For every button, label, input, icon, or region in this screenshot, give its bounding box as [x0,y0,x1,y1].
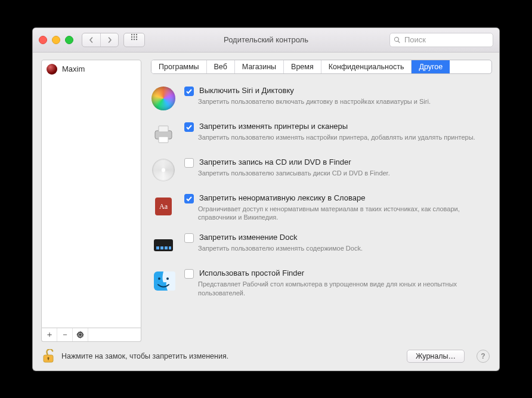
tab-other[interactable]: Другое [412,60,450,73]
remove-user-button[interactable]: － [57,328,73,341]
svg-point-21 [166,277,169,280]
svg-point-3 [131,36,132,37]
option-label: Запретить изменение Dock [199,233,297,242]
finder-icon [151,269,176,294]
user-actions-button[interactable] [73,328,88,341]
checkbox-dock[interactable] [184,233,194,243]
option-dictionary: Aa Запретить ненормативную лексику в Сло… [151,193,487,223]
sidebar: Maxim ＋ － [41,60,141,342]
gear-icon [76,331,84,339]
dock-icon [151,233,176,258]
chevron-right-icon [107,37,113,43]
forward-button[interactable] [100,33,118,47]
svg-point-8 [136,38,137,39]
user-list[interactable]: Maxim [41,60,141,328]
add-user-button[interactable]: ＋ [42,328,57,341]
tab-web[interactable]: Веб [207,60,235,73]
zoom-window-button[interactable] [65,36,73,44]
dictionary-icon: Aa [151,193,176,218]
tab-apps[interactable]: Программы [151,60,207,73]
option-label: Выключить Siri и Диктовку [199,86,294,95]
svg-point-1 [134,33,135,35]
close-window-button[interactable] [39,36,47,44]
content: Maxim ＋ － Программы Веб Магазины Время К… [33,53,499,342]
options: Выключить Siri и Диктовку Запретить поль… [151,86,491,298]
lock-text: Нажмите на замок, чтобы запретить измене… [61,352,400,360]
traffic-lights [39,36,73,44]
svg-rect-24 [48,358,49,360]
option-siri: Выключить Siri и Диктовку Запретить поль… [151,86,487,111]
window: Родительский контроль Поиск Maxim ＋ － [32,27,500,371]
help-button[interactable]: ? [477,350,490,363]
svg-rect-18 [169,246,171,249]
svg-point-4 [134,36,135,37]
main: Программы Веб Магазины Время Конфиденциа… [151,60,491,342]
svg-text:Aa: Aa [159,202,168,211]
svg-rect-16 [160,246,163,249]
option-desc: Запретить пользователю изменять содержим… [184,244,487,253]
svg-point-0 [131,33,132,35]
minimize-window-button[interactable] [52,36,60,44]
nav-back-forward [82,33,119,47]
user-name: Maxim [62,64,85,73]
option-desc: Запретить пользователю изменять настройк… [184,133,487,142]
user-row[interactable]: Maxim [42,63,141,76]
checkbox-finder[interactable] [184,269,194,279]
titlebar: Родительский контроль Поиск [33,28,499,53]
siri-icon [151,86,176,111]
search-placeholder: Поиск [404,35,426,44]
option-disc: Запретить запись на CD или DVD в Finder … [151,158,487,183]
option-desc: Представляет Рабочий стол компьютера в у… [184,280,487,298]
option-printer: Запретить изменять принтеры и сканеры За… [151,122,487,147]
search-icon [394,36,401,44]
checkbox-disc[interactable] [184,158,194,168]
svg-rect-15 [156,246,159,249]
option-dock: Запретить изменение Dock Запретить польз… [151,233,487,258]
show-all-button[interactable] [123,33,145,47]
option-desc: Запретить пользователю включать диктовку… [184,97,487,106]
checkbox-dictionary[interactable] [184,194,194,203]
svg-rect-17 [165,246,168,249]
option-label: Запретить изменять принтеры и сканеры [199,122,348,131]
printer-icon [151,122,176,147]
tab-privacy[interactable]: Конфиденциальность [321,60,412,73]
plus-icon: ＋ [45,329,54,340]
svg-rect-11 [159,137,168,143]
search-field[interactable]: Поиск [389,33,493,47]
logs-button[interactable]: Журналы… [407,350,465,363]
footer: Нажмите на замок, чтобы запретить измене… [33,342,499,371]
svg-point-20 [158,277,160,280]
checkbox-printer[interactable] [184,122,194,132]
option-desc: Запретить пользователю записывать диски … [184,169,487,178]
back-button[interactable] [82,33,100,47]
svg-point-5 [136,36,137,37]
grid-icon [131,33,138,41]
option-label: Запретить запись на CD или DVD в Finder [199,158,351,166]
tab-stores[interactable]: Магазины [235,60,284,73]
tab-time[interactable]: Время [284,60,321,73]
option-desc: Ограничивает доступ к ненормативным мате… [184,205,487,223]
chevron-left-icon [88,37,94,43]
tabs: Программы Веб Магазины Время Конфиденциа… [151,60,492,74]
svg-point-7 [134,38,135,39]
svg-rect-10 [159,126,168,132]
avatar [47,64,57,75]
svg-point-2 [136,33,137,35]
checkbox-siri[interactable] [184,87,194,96]
disc-icon [151,158,176,183]
svg-point-6 [131,38,132,39]
minus-icon: － [61,329,69,340]
option-finder: Использовать простой Finder Представляет… [151,269,487,298]
lock-open-icon[interactable] [42,349,54,363]
option-label: Использовать простой Finder [199,269,304,277]
option-label: Запретить ненормативную лексику в Словар… [199,193,365,202]
help-icon: ? [481,352,485,360]
sidebar-toolbar: ＋ － [41,328,141,342]
